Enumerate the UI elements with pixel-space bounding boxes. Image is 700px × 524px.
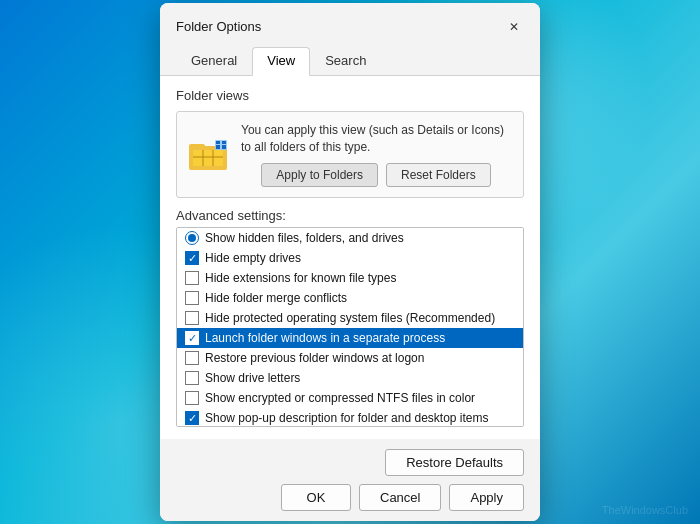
- setting-show-encrypted[interactable]: Show encrypted or compressed NTFS files …: [177, 388, 523, 408]
- svg-rect-10: [222, 145, 226, 149]
- folder-views-info: You can apply this view (such as Details…: [241, 122, 511, 188]
- svg-rect-8: [222, 141, 226, 144]
- setting-hide-merge[interactable]: Hide folder merge conflicts: [177, 288, 523, 308]
- apply-to-folders-button[interactable]: Apply to Folders: [261, 163, 378, 187]
- advanced-settings-label: Advanced settings:: [176, 208, 524, 223]
- checkbox-hide-empty[interactable]: ✓: [185, 251, 199, 265]
- checkbox-hide-protected[interactable]: [185, 311, 199, 325]
- checkbox-restore-prev[interactable]: [185, 351, 199, 365]
- svg-rect-2: [193, 150, 223, 166]
- svg-rect-9: [216, 145, 220, 149]
- restore-defaults-button[interactable]: Restore Defaults: [385, 449, 524, 476]
- apply-button[interactable]: Apply: [449, 484, 524, 511]
- title-bar: Folder Options ✕: [160, 3, 540, 41]
- tab-general[interactable]: General: [176, 47, 252, 75]
- setting-label-show-encrypted: Show encrypted or compressed NTFS files …: [205, 391, 475, 405]
- checkbox-show-drive[interactable]: [185, 371, 199, 385]
- cancel-button[interactable]: Cancel: [359, 484, 441, 511]
- setting-label-hide-empty: Hide empty drives: [205, 251, 301, 265]
- setting-hide-extensions[interactable]: Hide extensions for known file types: [177, 268, 523, 288]
- ok-button[interactable]: OK: [281, 484, 351, 511]
- setting-show-hidden[interactable]: Show hidden files, folders, and drives: [177, 228, 523, 248]
- tab-search[interactable]: Search: [310, 47, 381, 75]
- radio-show-hidden[interactable]: [185, 231, 199, 245]
- setting-show-drive[interactable]: Show drive letters: [177, 368, 523, 388]
- folder-views-title: Folder views: [176, 88, 524, 103]
- settings-list[interactable]: Show hidden files, folders, and drives ✓…: [176, 227, 524, 427]
- setting-label-show-hidden: Show hidden files, folders, and drives: [205, 231, 404, 245]
- setting-restore-prev[interactable]: Restore previous folder windows at logon: [177, 348, 523, 368]
- watermark: TheWindowsClub: [602, 504, 688, 516]
- setting-label-restore-prev: Restore previous folder windows at logon: [205, 351, 424, 365]
- setting-label-hide-extensions: Hide extensions for known file types: [205, 271, 396, 285]
- folder-icon: [189, 138, 229, 172]
- bottom-bar: Restore Defaults OK Cancel Apply: [160, 439, 540, 521]
- tab-bar: General View Search: [160, 41, 540, 76]
- setting-show-popup[interactable]: ✓ Show pop-up description for folder and…: [177, 408, 523, 427]
- folder-views-description: You can apply this view (such as Details…: [241, 122, 511, 156]
- setting-label-show-popup: Show pop-up description for folder and d…: [205, 411, 489, 425]
- checkbox-launch-separate[interactable]: ✓: [185, 331, 199, 345]
- tab-view[interactable]: View: [252, 47, 310, 76]
- reset-folders-button[interactable]: Reset Folders: [386, 163, 491, 187]
- checkbox-show-encrypted[interactable]: [185, 391, 199, 405]
- setting-label-show-drive: Show drive letters: [205, 371, 300, 385]
- checkbox-hide-merge[interactable]: [185, 291, 199, 305]
- dialog-title: Folder Options: [176, 19, 261, 34]
- setting-label-hide-merge: Hide folder merge conflicts: [205, 291, 347, 305]
- setting-hide-protected[interactable]: Hide protected operating system files (R…: [177, 308, 523, 328]
- svg-rect-1: [189, 144, 205, 150]
- setting-hide-empty[interactable]: ✓ Hide empty drives: [177, 248, 523, 268]
- setting-label-launch-separate: Launch folder windows in a separate proc…: [205, 331, 445, 345]
- folder-views-box: You can apply this view (such as Details…: [176, 111, 524, 199]
- checkbox-show-popup[interactable]: ✓: [185, 411, 199, 425]
- svg-rect-7: [216, 141, 220, 144]
- setting-launch-separate[interactable]: ✓ Launch folder windows in a separate pr…: [177, 328, 523, 348]
- folder-views-buttons: Apply to Folders Reset Folders: [241, 163, 511, 187]
- folder-options-dialog: Folder Options ✕ General View Search Fol…: [160, 3, 540, 522]
- checkbox-hide-extensions[interactable]: [185, 271, 199, 285]
- restore-defaults-row: Restore Defaults: [176, 449, 524, 476]
- dialog-content: Folder views: [160, 76, 540, 440]
- setting-label-hide-protected: Hide protected operating system files (R…: [205, 311, 495, 325]
- close-button[interactable]: ✕: [500, 13, 528, 41]
- action-buttons-row: OK Cancel Apply: [176, 484, 524, 511]
